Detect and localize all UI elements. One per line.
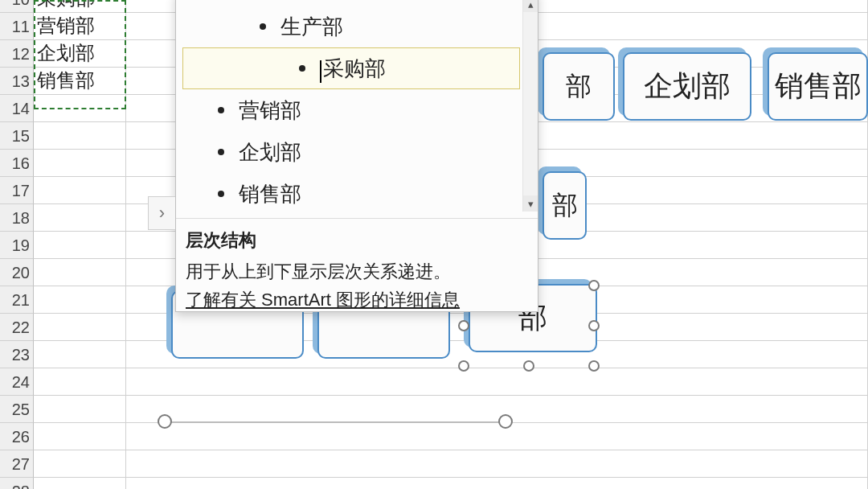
cell[interactable]: [34, 122, 126, 149]
cell-A11[interactable]: 营销部: [34, 13, 126, 39]
text-pane-scrollbar[interactable]: ▴ ▾: [522, 0, 538, 212]
node-label: 部: [552, 188, 578, 224]
cell-A13[interactable]: 销售部: [34, 68, 126, 94]
smartart-node[interactable]: 部: [542, 52, 615, 121]
row-header[interactable]: 25: [0, 395, 34, 422]
row-header[interactable]: 24: [0, 368, 34, 395]
bullet-icon: [299, 65, 305, 72]
cell[interactable]: [34, 259, 126, 286]
smartart-node[interactable]: 企划部: [623, 52, 751, 121]
text-pane-item-label: 营销部: [239, 97, 301, 125]
cell[interactable]: [34, 150, 126, 176]
cell[interactable]: [34, 286, 126, 313]
text-pane-item[interactable]: 营销部: [176, 89, 523, 131]
text-pane-item[interactable]: 生产部: [176, 6, 523, 47]
row-header[interactable]: 12: [0, 39, 34, 67]
bullet-icon: [260, 23, 266, 30]
text-pane-item[interactable]: 销售部: [176, 173, 523, 215]
row-headers: 10 11 12 13 14 15 16 17 18 19 20 21 22 2…: [0, 0, 34, 489]
node-label: 销售部: [775, 67, 862, 106]
row-header[interactable]: 23: [0, 340, 34, 368]
cell[interactable]: [34, 450, 126, 477]
row-header[interactable]: 26: [0, 422, 34, 450]
text-pane-item-label: 企划部: [239, 138, 301, 166]
row-header[interactable]: 21: [0, 286, 34, 313]
text-pane-item-selected[interactable]: 采购部: [182, 47, 520, 89]
row-header[interactable]: 17: [0, 176, 34, 203]
row-header[interactable]: 19: [0, 231, 34, 258]
selection-handle[interactable]: [588, 320, 600, 331]
text-pane-item-label: 采购部: [323, 55, 386, 83]
cell[interactable]: [34, 314, 126, 340]
cell-A10[interactable]: 采购部: [34, 0, 126, 12]
selection-handle[interactable]: [523, 360, 534, 372]
bullet-icon: [218, 149, 224, 155]
smartart-text-pane[interactable]: 生产部 采购部 营销部 企划部 销售部 ▴ ▾ 层次结构 用于从上到下显示层次关…: [175, 0, 538, 312]
row-header[interactable]: 28: [0, 477, 34, 489]
text-pane-item[interactable]: 企划部: [176, 131, 523, 173]
row-header[interactable]: 15: [0, 121, 34, 149]
cell-A12[interactable]: 企划部: [34, 40, 126, 67]
bullet-icon: [218, 191, 224, 197]
bullet-icon: [218, 107, 224, 113]
divider: [176, 218, 538, 219]
cell[interactable]: [34, 232, 126, 258]
cell[interactable]: [34, 341, 126, 368]
row-header[interactable]: 27: [0, 450, 34, 477]
smartart-node[interactable]: 部: [542, 171, 587, 240]
text-pane-info: 层次结构 用于从上到下显示层次关系递进。 了解有关 SmartArt 图形的详细…: [186, 226, 528, 314]
text-pane-item-label: 生产部: [280, 13, 343, 41]
node-label: 部: [566, 69, 592, 105]
node-label: 企划部: [644, 67, 731, 106]
smartart-canvas-border: [166, 421, 506, 423]
scroll-up-button[interactable]: ▴: [523, 0, 538, 12]
selection-handle[interactable]: [458, 360, 469, 372]
scroll-down-button[interactable]: ▾: [523, 195, 538, 212]
row-header[interactable]: 14: [0, 94, 34, 121]
cell[interactable]: [34, 368, 126, 395]
cell[interactable]: [34, 204, 126, 231]
row-header[interactable]: 13: [0, 67, 34, 94]
info-title: 层次结构: [186, 226, 528, 254]
cell[interactable]: [34, 478, 126, 489]
cell[interactable]: [34, 95, 126, 121]
selection-handle[interactable]: [588, 360, 600, 372]
text-pane-item-label: 销售部: [239, 180, 301, 208]
selection-handle[interactable]: [588, 280, 600, 291]
smartart-learn-more-link[interactable]: 了解有关 SmartArt 图形的详细信息: [186, 286, 528, 314]
smartart-node[interactable]: 销售部: [768, 52, 868, 121]
row-header[interactable]: 10: [0, 0, 34, 12]
triangle-down-icon: ▾: [528, 198, 534, 210]
cell[interactable]: [34, 423, 126, 450]
info-description: 用于从上到下显示层次关系递进。: [186, 257, 528, 286]
row-header[interactable]: 20: [0, 258, 34, 286]
row-header[interactable]: 22: [0, 313, 34, 340]
row-header[interactable]: 11: [0, 12, 34, 39]
row-header[interactable]: 18: [0, 203, 34, 231]
cell[interactable]: [34, 396, 126, 422]
text-cursor: [320, 60, 321, 83]
triangle-up-icon: ▴: [528, 0, 534, 10]
text-pane-list[interactable]: 生产部 采购部 营销部 企划部 销售部: [176, 0, 523, 231]
chevron-right-icon: ›: [159, 203, 165, 224]
selection-handle[interactable]: [458, 320, 469, 331]
cell[interactable]: [34, 177, 126, 203]
text-pane-toggle[interactable]: ›: [148, 196, 175, 230]
canvas-handle[interactable]: [498, 414, 513, 429]
canvas-handle[interactable]: [158, 414, 172, 429]
row-header[interactable]: 16: [0, 149, 34, 176]
